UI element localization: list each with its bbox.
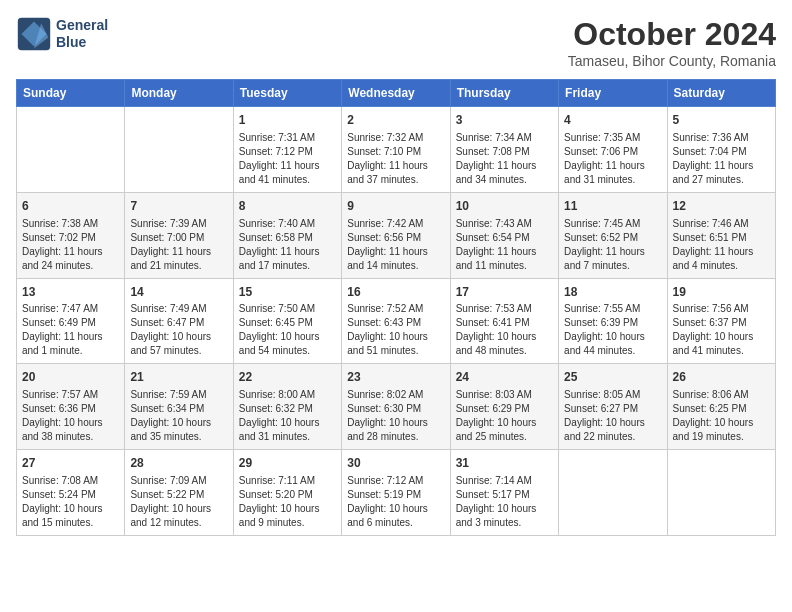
day-info: Sunrise: 7:55 AM Sunset: 6:39 PM Dayligh… (564, 302, 661, 358)
calendar-cell: 13Sunrise: 7:47 AM Sunset: 6:49 PM Dayli… (17, 278, 125, 364)
day-number: 21 (130, 369, 227, 386)
day-number: 19 (673, 284, 770, 301)
calendar-cell: 19Sunrise: 7:56 AM Sunset: 6:37 PM Dayli… (667, 278, 775, 364)
calendar-cell: 31Sunrise: 7:14 AM Sunset: 5:17 PM Dayli… (450, 450, 558, 536)
day-number: 7 (130, 198, 227, 215)
day-info: Sunrise: 8:03 AM Sunset: 6:29 PM Dayligh… (456, 388, 553, 444)
calendar-cell: 18Sunrise: 7:55 AM Sunset: 6:39 PM Dayli… (559, 278, 667, 364)
day-number: 23 (347, 369, 444, 386)
day-info: Sunrise: 7:12 AM Sunset: 5:19 PM Dayligh… (347, 474, 444, 530)
day-info: Sunrise: 7:59 AM Sunset: 6:34 PM Dayligh… (130, 388, 227, 444)
calendar-cell (17, 107, 125, 193)
calendar-cell (667, 450, 775, 536)
day-info: Sunrise: 8:06 AM Sunset: 6:25 PM Dayligh… (673, 388, 770, 444)
day-info: Sunrise: 7:38 AM Sunset: 7:02 PM Dayligh… (22, 217, 119, 273)
weekday-header: Monday (125, 80, 233, 107)
calendar-week-row: 27Sunrise: 7:08 AM Sunset: 5:24 PM Dayli… (17, 450, 776, 536)
calendar-cell: 28Sunrise: 7:09 AM Sunset: 5:22 PM Dayli… (125, 450, 233, 536)
weekday-header: Tuesday (233, 80, 341, 107)
calendar-cell (125, 107, 233, 193)
day-number: 6 (22, 198, 119, 215)
calendar-cell: 23Sunrise: 8:02 AM Sunset: 6:30 PM Dayli… (342, 364, 450, 450)
page-header: General Blue October 2024 Tamaseu, Bihor… (16, 16, 776, 69)
calendar-cell: 5Sunrise: 7:36 AM Sunset: 7:04 PM Daylig… (667, 107, 775, 193)
weekday-header: Sunday (17, 80, 125, 107)
day-number: 22 (239, 369, 336, 386)
day-number: 28 (130, 455, 227, 472)
day-info: Sunrise: 7:47 AM Sunset: 6:49 PM Dayligh… (22, 302, 119, 358)
day-info: Sunrise: 7:43 AM Sunset: 6:54 PM Dayligh… (456, 217, 553, 273)
calendar-cell: 27Sunrise: 7:08 AM Sunset: 5:24 PM Dayli… (17, 450, 125, 536)
calendar-cell: 8Sunrise: 7:40 AM Sunset: 6:58 PM Daylig… (233, 192, 341, 278)
day-number: 16 (347, 284, 444, 301)
day-number: 18 (564, 284, 661, 301)
calendar-cell: 22Sunrise: 8:00 AM Sunset: 6:32 PM Dayli… (233, 364, 341, 450)
day-info: Sunrise: 8:02 AM Sunset: 6:30 PM Dayligh… (347, 388, 444, 444)
calendar-header: SundayMondayTuesdayWednesdayThursdayFrid… (17, 80, 776, 107)
day-info: Sunrise: 8:00 AM Sunset: 6:32 PM Dayligh… (239, 388, 336, 444)
logo-text: General Blue (56, 17, 108, 51)
logo-icon (16, 16, 52, 52)
weekday-row: SundayMondayTuesdayWednesdayThursdayFrid… (17, 80, 776, 107)
day-number: 26 (673, 369, 770, 386)
calendar-body: 1Sunrise: 7:31 AM Sunset: 7:12 PM Daylig… (17, 107, 776, 536)
calendar-cell: 2Sunrise: 7:32 AM Sunset: 7:10 PM Daylig… (342, 107, 450, 193)
day-number: 30 (347, 455, 444, 472)
day-info: Sunrise: 7:56 AM Sunset: 6:37 PM Dayligh… (673, 302, 770, 358)
day-number: 8 (239, 198, 336, 215)
calendar-cell: 9Sunrise: 7:42 AM Sunset: 6:56 PM Daylig… (342, 192, 450, 278)
calendar-cell: 3Sunrise: 7:34 AM Sunset: 7:08 PM Daylig… (450, 107, 558, 193)
calendar-cell: 15Sunrise: 7:50 AM Sunset: 6:45 PM Dayli… (233, 278, 341, 364)
day-number: 27 (22, 455, 119, 472)
day-number: 1 (239, 112, 336, 129)
day-number: 24 (456, 369, 553, 386)
weekday-header: Friday (559, 80, 667, 107)
calendar-cell: 4Sunrise: 7:35 AM Sunset: 7:06 PM Daylig… (559, 107, 667, 193)
day-info: Sunrise: 7:57 AM Sunset: 6:36 PM Dayligh… (22, 388, 119, 444)
day-info: Sunrise: 7:09 AM Sunset: 5:22 PM Dayligh… (130, 474, 227, 530)
day-number: 2 (347, 112, 444, 129)
day-number: 5 (673, 112, 770, 129)
day-info: Sunrise: 7:11 AM Sunset: 5:20 PM Dayligh… (239, 474, 336, 530)
title-area: October 2024 Tamaseu, Bihor County, Roma… (568, 16, 776, 69)
weekday-header: Wednesday (342, 80, 450, 107)
month-title: October 2024 (568, 16, 776, 53)
day-info: Sunrise: 7:52 AM Sunset: 6:43 PM Dayligh… (347, 302, 444, 358)
day-number: 20 (22, 369, 119, 386)
day-number: 12 (673, 198, 770, 215)
calendar-cell: 14Sunrise: 7:49 AM Sunset: 6:47 PM Dayli… (125, 278, 233, 364)
day-info: Sunrise: 7:34 AM Sunset: 7:08 PM Dayligh… (456, 131, 553, 187)
calendar-cell: 11Sunrise: 7:45 AM Sunset: 6:52 PM Dayli… (559, 192, 667, 278)
calendar-cell: 21Sunrise: 7:59 AM Sunset: 6:34 PM Dayli… (125, 364, 233, 450)
day-info: Sunrise: 7:32 AM Sunset: 7:10 PM Dayligh… (347, 131, 444, 187)
day-info: Sunrise: 7:14 AM Sunset: 5:17 PM Dayligh… (456, 474, 553, 530)
day-number: 25 (564, 369, 661, 386)
location-subtitle: Tamaseu, Bihor County, Romania (568, 53, 776, 69)
day-number: 4 (564, 112, 661, 129)
day-info: Sunrise: 7:42 AM Sunset: 6:56 PM Dayligh… (347, 217, 444, 273)
calendar-cell: 30Sunrise: 7:12 AM Sunset: 5:19 PM Dayli… (342, 450, 450, 536)
day-number: 17 (456, 284, 553, 301)
calendar-cell: 7Sunrise: 7:39 AM Sunset: 7:00 PM Daylig… (125, 192, 233, 278)
day-info: Sunrise: 7:35 AM Sunset: 7:06 PM Dayligh… (564, 131, 661, 187)
day-info: Sunrise: 8:05 AM Sunset: 6:27 PM Dayligh… (564, 388, 661, 444)
day-info: Sunrise: 7:53 AM Sunset: 6:41 PM Dayligh… (456, 302, 553, 358)
calendar-cell: 24Sunrise: 8:03 AM Sunset: 6:29 PM Dayli… (450, 364, 558, 450)
day-info: Sunrise: 7:46 AM Sunset: 6:51 PM Dayligh… (673, 217, 770, 273)
weekday-header: Thursday (450, 80, 558, 107)
day-number: 13 (22, 284, 119, 301)
day-info: Sunrise: 7:45 AM Sunset: 6:52 PM Dayligh… (564, 217, 661, 273)
calendar-cell: 17Sunrise: 7:53 AM Sunset: 6:41 PM Dayli… (450, 278, 558, 364)
calendar-cell: 16Sunrise: 7:52 AM Sunset: 6:43 PM Dayli… (342, 278, 450, 364)
calendar-week-row: 6Sunrise: 7:38 AM Sunset: 7:02 PM Daylig… (17, 192, 776, 278)
day-number: 15 (239, 284, 336, 301)
day-info: Sunrise: 7:50 AM Sunset: 6:45 PM Dayligh… (239, 302, 336, 358)
calendar-cell: 25Sunrise: 8:05 AM Sunset: 6:27 PM Dayli… (559, 364, 667, 450)
calendar-week-row: 1Sunrise: 7:31 AM Sunset: 7:12 PM Daylig… (17, 107, 776, 193)
day-number: 14 (130, 284, 227, 301)
calendar-cell: 1Sunrise: 7:31 AM Sunset: 7:12 PM Daylig… (233, 107, 341, 193)
day-info: Sunrise: 7:31 AM Sunset: 7:12 PM Dayligh… (239, 131, 336, 187)
calendar-cell: 6Sunrise: 7:38 AM Sunset: 7:02 PM Daylig… (17, 192, 125, 278)
calendar-cell (559, 450, 667, 536)
day-info: Sunrise: 7:40 AM Sunset: 6:58 PM Dayligh… (239, 217, 336, 273)
